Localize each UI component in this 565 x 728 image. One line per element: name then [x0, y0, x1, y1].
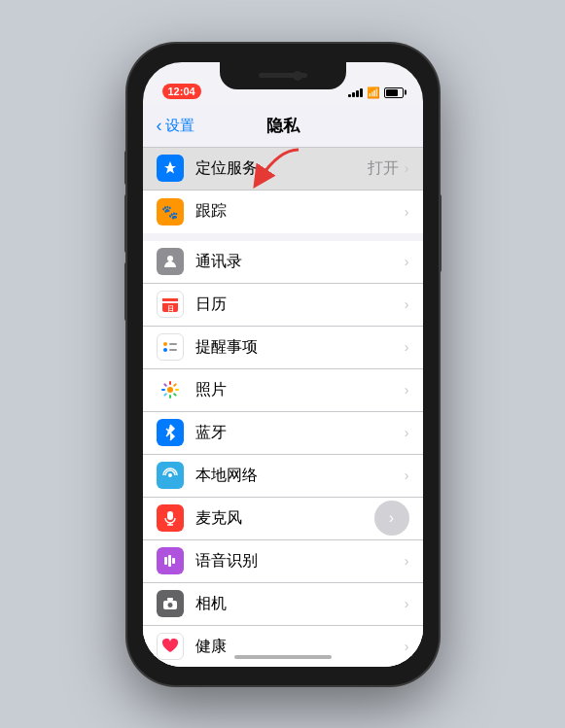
svg-rect-12 [175, 389, 179, 391]
signal-icon [348, 88, 363, 97]
svg-rect-3 [162, 301, 178, 303]
reminders-label: 提醒事项 [195, 337, 405, 358]
tracking-label: 跟踪 [195, 201, 405, 222]
navigation-header: ‹ 设置 隐私 [143, 105, 423, 148]
chevron-icon: › [405, 296, 409, 312]
svg-point-0 [167, 256, 173, 261]
svg-rect-11 [172, 383, 176, 387]
chevron-icon: › [405, 339, 409, 355]
page-title: 隐私 [266, 115, 300, 137]
microphone-label: 麦克风 [195, 508, 285, 529]
svg-rect-14 [169, 395, 171, 399]
camera-icon [157, 590, 184, 617]
svg-rect-15 [162, 393, 166, 397]
svg-rect-10 [169, 381, 171, 385]
phone-screen: 12:04 📶 ‹ 设置 隐私 [143, 62, 423, 667]
reminders-icon [157, 333, 184, 361]
list-item-tracking[interactable]: 🐾 跟踪 › [143, 191, 423, 233]
chevron-icon: › [405, 254, 409, 269]
photos-icon [157, 376, 184, 403]
chevron-icon: › [405, 596, 409, 611]
list-item-location-services[interactable]: 定位服务 打开 › [143, 148, 423, 191]
data-section: 通讯录 › 日 日历 › [143, 241, 423, 667]
list-item-reminders[interactable]: 提醒事项 › [143, 327, 423, 369]
svg-rect-8 [169, 349, 177, 351]
chevron-icon: › [405, 639, 409, 654]
camera-label: 相机 [195, 594, 405, 614]
volume-down-button[interactable] [124, 262, 127, 321]
svg-rect-26 [172, 558, 175, 564]
svg-rect-7 [169, 343, 177, 345]
content-area: 定位服务 打开 › 🐾 跟踪 › [143, 148, 423, 667]
health-label: 健康 [195, 637, 405, 657]
list-item-speech[interactable]: 语音识别 › [143, 540, 423, 583]
svg-text:日: 日 [166, 305, 173, 312]
calendar-icon: 日 [157, 291, 184, 318]
health-icon [157, 633, 184, 660]
status-icons: 📶 [348, 87, 404, 99]
photos-label: 照片 [195, 380, 405, 400]
contacts-icon [157, 248, 184, 275]
contacts-label: 通讯录 [195, 252, 405, 272]
svg-rect-17 [162, 383, 166, 387]
chevron-icon: › [405, 425, 409, 440]
local-network-icon [157, 462, 184, 489]
volume-up-button[interactable] [124, 194, 127, 253]
microphone-icon [157, 504, 184, 532]
svg-point-5 [163, 342, 167, 346]
location-services-value: 打开 [368, 158, 399, 179]
list-item-camera[interactable]: 相机 › [143, 583, 423, 626]
list-item-calendar[interactable]: 日 日历 › [143, 284, 423, 327]
status-time: 12:04 [162, 84, 201, 99]
svg-rect-25 [168, 555, 171, 567]
svg-point-9 [167, 387, 173, 393]
chevron-icon: › [405, 160, 409, 176]
circle-arrow-icon: › [389, 509, 394, 527]
svg-rect-13 [172, 393, 176, 397]
svg-rect-24 [164, 557, 167, 565]
back-label: 设置 [165, 117, 194, 135]
battery-icon [384, 87, 404, 98]
list-item-microphone[interactable]: 麦克风 › [143, 498, 423, 540]
location-services-icon [157, 155, 184, 182]
back-arrow-icon: ‹ [157, 117, 162, 134]
tracking-icon: 🐾 [157, 198, 184, 225]
microphone-circle-button[interactable]: › [374, 501, 409, 536]
svg-rect-29 [167, 598, 173, 601]
phone-frame: 12:04 📶 ‹ 设置 隐私 [127, 44, 439, 685]
svg-rect-16 [161, 389, 165, 391]
location-section: 定位服务 打开 › 🐾 跟踪 › [143, 148, 423, 233]
speaker [259, 73, 307, 78]
power-button[interactable] [439, 194, 441, 272]
speech-label: 语音识别 [195, 551, 405, 572]
bluetooth-icon [157, 419, 184, 446]
back-button[interactable]: ‹ 设置 [157, 117, 194, 135]
speech-icon [157, 547, 184, 574]
bluetooth-label: 蓝牙 [195, 423, 405, 443]
local-network-label: 本地网络 [195, 466, 405, 486]
calendar-label: 日历 [195, 295, 405, 315]
location-services-label: 定位服务 [195, 158, 368, 179]
wifi-icon: 📶 [367, 87, 380, 99]
chevron-icon: › [405, 553, 409, 569]
list-item-local-network[interactable]: 本地网络 › [143, 455, 423, 498]
list-item-bluetooth[interactable]: 蓝牙 › [143, 412, 423, 455]
svg-rect-21 [167, 511, 173, 520]
list-item-photos[interactable]: 照片 › [143, 369, 423, 412]
svg-point-6 [163, 348, 167, 352]
chevron-icon: › [405, 204, 409, 220]
chevron-icon: › [405, 468, 409, 483]
list-item-contacts[interactable]: 通讯录 › [143, 241, 423, 284]
home-indicator [234, 655, 332, 659]
chevron-icon: › [405, 382, 409, 398]
svg-point-20 [168, 473, 172, 477]
notch [220, 62, 346, 89]
svg-point-28 [167, 603, 173, 608]
list-item-health[interactable]: 健康 › [143, 626, 423, 667]
